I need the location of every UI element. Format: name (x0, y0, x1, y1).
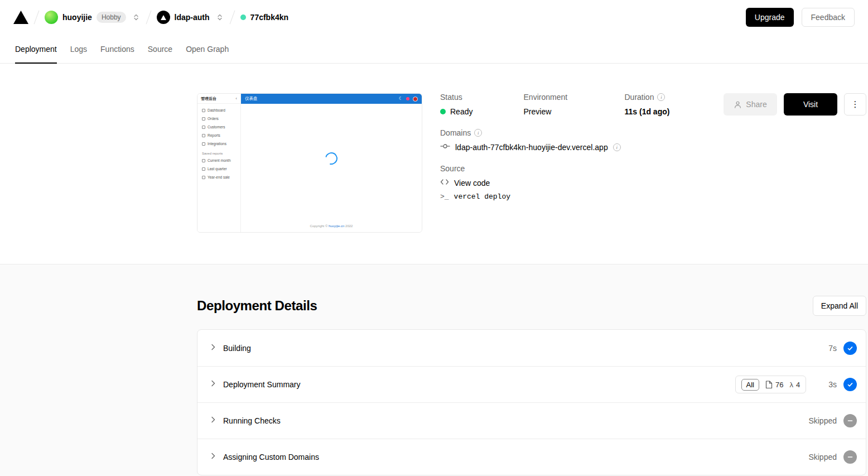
accordion-row-deployment-summary[interactable]: Deployment Summary All 76 λ 4 3s (197, 366, 866, 402)
nav-label: Integrations (208, 142, 226, 146)
preview-main: 仪表盘 ☾ Copyright © huoyijie.cn 2022 (241, 94, 422, 232)
preview-sidebar-header: 管理后台 ‹ (197, 94, 240, 104)
ready-status-dot (440, 109, 446, 114)
upgrade-button[interactable]: Upgrade (746, 8, 794, 27)
row-label: Deployment Summary (223, 380, 301, 389)
status-column: Status Ready (440, 93, 524, 116)
feedback-button[interactable]: Feedback (802, 8, 855, 27)
list-item: Year-end sale (197, 173, 240, 181)
loading-spinner-icon (323, 150, 340, 167)
notification-bell-icon (406, 97, 409, 100)
duration-label: Duration i (625, 93, 708, 102)
overview-actions: Share Visit ⋮ (724, 93, 866, 116)
vercel-logo-icon[interactable] (13, 11, 28, 24)
nav-label: Last quarter (208, 167, 227, 171)
share-label: Share (746, 100, 766, 109)
nav-label: Reports (208, 133, 220, 137)
deployment-domain-link[interactable]: ldap-auth-77cfbk4kn-huoyijie-dev.vercel.… (455, 143, 608, 152)
domain-info-icon[interactable]: i (613, 143, 621, 151)
tab-open-graph[interactable]: Open Graph (186, 35, 229, 63)
accordion-row-building[interactable]: Building 7s (197, 330, 866, 366)
nav-label: Year-end sale (208, 175, 230, 179)
breadcrumb: huoyijie Hobby ldap-auth 77cfbk4kn (13, 10, 288, 25)
environment-column: Environment Preview (524, 93, 625, 116)
preview-page-title: 仪表盘 (245, 96, 258, 102)
expand-all-button[interactable]: Expand All (813, 296, 866, 316)
function-count: 4 (796, 381, 800, 389)
person-icon (734, 100, 742, 109)
chevron-right-icon (209, 343, 218, 354)
meta-row: Status Ready Environment Preview Duratio… (440, 93, 708, 116)
file-count: 76 (775, 381, 783, 389)
preview-topbar-icons: ☾ (399, 97, 418, 102)
top-bar: huoyijie Hobby ldap-auth 77cfbk4kn Upgra… (0, 0, 868, 35)
skipped-circle-icon (843, 450, 857, 464)
team-switcher-chevrons-icon[interactable] (132, 13, 141, 22)
status-label: Status (440, 93, 524, 102)
breadcrumb-deployment[interactable]: 77cfbk4kn (240, 13, 288, 22)
deployment-overview: 管理后台 ‹ Dashboard Orders Customers Report… (0, 64, 868, 264)
list-item: Orders (197, 114, 240, 123)
deployment-preview-thumbnail[interactable]: 管理后台 ‹ Dashboard Orders Customers Report… (197, 93, 422, 233)
view-code-row[interactable]: View code (440, 178, 708, 187)
tab-functions[interactable]: Functions (100, 35, 134, 63)
breadcrumb-team[interactable]: huoyijie Hobby (45, 11, 141, 24)
filter-all-chip[interactable]: All (741, 379, 759, 391)
project-switcher-chevrons-icon[interactable] (215, 13, 224, 22)
details-accordion: Building 7s Deployment Summary All (197, 329, 866, 475)
tab-deployment[interactable]: Deployment (15, 35, 57, 63)
preview-nav: Dashboard Orders Customers Reports Integ… (197, 104, 240, 181)
list-item: Reports (197, 131, 240, 140)
tab-source[interactable]: Source (148, 35, 172, 63)
visit-button[interactable]: Visit (784, 93, 837, 116)
collapse-icon: ‹ (235, 96, 237, 101)
commit-node-icon (440, 142, 450, 152)
row-right: 7s (828, 342, 857, 355)
row-right: Skipped (808, 450, 857, 464)
domains-label-text: Domains (440, 128, 471, 137)
row-duration: 3s (828, 380, 837, 389)
details-title: Deployment Details (197, 298, 317, 314)
function-count-filter[interactable]: λ 4 (789, 381, 800, 389)
nav-label: Current month (208, 158, 231, 162)
accordion-row-assigning-custom-domains[interactable]: Assigning Custom Domains Skipped (197, 439, 866, 475)
row-duration: 7s (828, 344, 837, 353)
share-button[interactable]: Share (724, 93, 777, 116)
skipped-circle-icon (843, 414, 857, 427)
deploy-command-text: vercel deploy (454, 193, 510, 201)
check-circle-icon (843, 378, 857, 391)
domain-row: ldap-auth-77cfbk4kn-huoyijie-dev.vercel.… (440, 142, 708, 152)
dashboard-icon (202, 109, 205, 112)
row-status-text: Skipped (808, 416, 837, 425)
duration-label-text: Duration (625, 93, 654, 102)
breadcrumb-separator (34, 11, 40, 25)
accordion-row-running-checks[interactable]: Running Checks Skipped (197, 402, 866, 439)
deployment-id: 77cfbk4kn (250, 13, 288, 22)
duration-column: Duration i 11s (1d ago) (625, 93, 708, 116)
breadcrumb-project[interactable]: ldap-auth (157, 11, 224, 24)
row-right: Skipped (808, 414, 857, 427)
chevron-right-icon (209, 379, 218, 390)
preview-footer: Copyright © huoyijie.cn 2022 (241, 224, 422, 228)
domains-info-icon[interactable]: i (474, 129, 482, 137)
details-header: Deployment Details Expand All (197, 296, 866, 316)
row-status-text: Skipped (808, 453, 837, 461)
customers-icon (202, 126, 205, 129)
file-count-filter[interactable]: 76 (765, 381, 783, 389)
deploy-command-row[interactable]: >_ vercel deploy (440, 193, 708, 201)
details-inner: Deployment Details Expand All Building 7… (197, 296, 866, 475)
nav-label: Dashboard (208, 108, 225, 112)
status-text: Ready (450, 107, 472, 116)
lambda-icon: λ (789, 381, 793, 389)
domains-block: Domains i ldap-auth-77cfbk4kn-huoyijie-d… (440, 128, 708, 152)
tab-logs[interactable]: Logs (70, 35, 87, 63)
chevron-right-icon (209, 451, 218, 463)
nav-label: Orders (208, 117, 219, 121)
duration-info-icon[interactable]: i (657, 93, 665, 101)
row-label: Building (223, 344, 251, 353)
source-block: Source View code >_ vercel deploy (440, 164, 708, 201)
check-circle-icon (843, 342, 857, 355)
preview-sidebar: 管理后台 ‹ Dashboard Orders Customers Report… (197, 94, 241, 232)
row-label: Running Checks (223, 416, 281, 425)
kebab-menu-button[interactable]: ⋮ (844, 93, 866, 116)
